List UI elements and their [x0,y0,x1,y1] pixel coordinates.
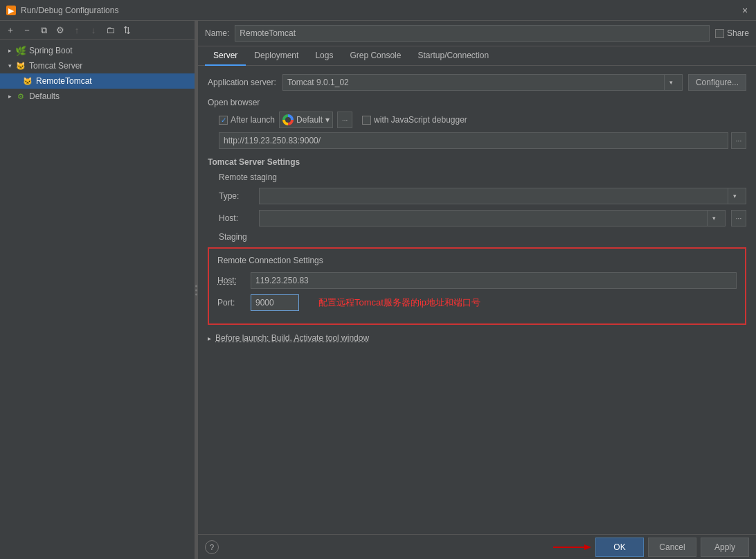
move-up-button[interactable]: ↑ [69,23,84,38]
remote-staging-label: Remote staging [219,172,746,182]
rc-host-row: Host: [217,272,737,289]
type-select[interactable]: ▾ [259,188,746,204]
url-more-button[interactable]: ··· [731,132,746,149]
app-icon: ▶ [6,5,17,16]
remote-connection-box: Remote Connection Settings Host: Port: 配… [208,247,746,325]
app-server-value: Tomcat 9.0.1_02 [287,78,664,87]
name-input[interactable] [235,25,710,42]
sidebar-item-remote-tomcat[interactable]: 🐱 RemoteTomcat [0,73,195,89]
type-dropdown-arrow: ▾ [728,188,741,204]
browser-select[interactable]: Default ▾ [279,112,333,128]
app-server-dropdown-arrow: ▾ [664,75,678,90]
annotation-text: 配置远程Tomcat服务器的ip地址和端口号 [318,296,480,309]
staging-host-select[interactable]: ▾ [259,210,726,227]
js-debugger-checkbox-item[interactable]: with JavaScript debugger [362,115,467,125]
type-label: Type: [219,191,253,201]
after-launch-checkbox[interactable]: ✓ [219,116,228,125]
remote-connection-title: Remote Connection Settings [217,256,737,265]
before-launch-row[interactable]: ▸ Before launch: Build, Activate tool wi… [208,333,746,343]
js-debugger-checkbox[interactable] [362,116,371,125]
before-launch-text: Before launch: Build, Activate tool wind… [215,333,369,343]
app-server-label: Application server: [208,78,277,87]
move-down-button[interactable]: ↓ [86,23,101,38]
remote-tomcat-label: RemoteTomcat [36,76,92,86]
rc-port-row: Port: 配置远程Tomcat服务器的ip地址和端口号 [217,294,737,311]
js-debugger-label: with JavaScript debugger [374,115,467,125]
configure-button[interactable]: Configure... [688,74,746,91]
rc-port-label: Port: [217,298,245,308]
staging-section: Remote staging Type: ▾ Host: ▾ [219,172,746,242]
name-label: Name: [205,28,229,38]
tab-logs[interactable]: Logs [307,46,341,66]
resize-handle[interactable] [195,21,198,559]
sidebar-item-tomcat-server[interactable]: ▾ 🐱 Tomcat Server [0,58,195,73]
defaults-icon: ⚙ [15,91,26,102]
defaults-label: Defaults [29,91,60,101]
before-launch-arrow: ▸ [208,335,211,342]
browser-icon [282,114,294,125]
add-config-button[interactable]: + [3,23,18,38]
share-checkbox-area: Share [715,28,749,38]
svg-marker-3 [584,544,591,550]
bottom-bar: ? OK Cancel Apply [198,534,756,559]
tab-deployment[interactable]: Deployment [246,46,307,66]
folder-button[interactable]: 🗀 [102,23,118,38]
remove-config-button[interactable]: − [19,23,35,38]
rc-host-label: Host: [217,276,245,285]
sidebar-tree: ▸ 🌿 Spring Boot ▾ 🐱 Tomcat Server 🐱 Remo… [0,40,195,559]
window-title: Run/Debug Configurations [21,6,739,15]
tab-server[interactable]: Server [205,46,246,66]
apply-button[interactable]: Apply [701,538,749,557]
staging-host-more-button[interactable]: ··· [731,210,746,227]
tomcat-server-label: Tomcat Server [29,61,82,71]
after-launch-checkbox-item[interactable]: ✓ After launch [219,115,275,125]
spring-boot-arrow: ▸ [6,46,14,55]
url-input[interactable] [219,132,728,149]
title-bar: ▶ Run/Debug Configurations × [0,0,756,21]
app-server-select[interactable]: Tomcat 9.0.1_02 ▾ [282,74,683,91]
sort-button[interactable]: ⇅ [119,23,134,38]
sidebar-item-defaults[interactable]: ▸ ⚙ Defaults [0,89,195,104]
after-launch-row: ✓ After launch Default ▾ ··· with JavaSc… [219,112,746,128]
browser-dropdown-arrow: ▾ [325,115,330,125]
close-button[interactable]: × [739,5,750,16]
settings-button[interactable]: ⚙ [53,23,68,38]
staging-host-label: Host: [219,213,253,223]
sidebar-item-spring-boot[interactable]: ▸ 🌿 Spring Boot [0,43,195,58]
sidebar: + − ⧉ ⚙ ↑ ↓ 🗀 ⇅ ▸ 🌿 Spring Boot ▾ 🐱 Tomc… [0,21,195,559]
type-row: Type: ▾ [219,188,746,204]
tomcat-server-icon: 🐱 [15,60,26,71]
defaults-arrow: ▸ [6,92,14,100]
remote-tomcat-icon: 🐱 [22,76,33,87]
name-row: Name: Share [198,21,756,46]
app-server-row: Application server: Tomcat 9.0.1_02 ▾ Co… [208,74,746,91]
staging-host-dropdown-arrow: ▾ [707,211,721,226]
spring-boot-label: Spring Boot [29,46,73,55]
rc-host-input[interactable] [251,272,737,289]
staging-label: Staging [219,232,746,242]
tabs-bar: Server Deployment Logs Grep Console Star… [198,46,756,66]
tomcat-settings-heading: Tomcat Server Settings [208,157,746,167]
help-button[interactable]: ? [205,540,219,554]
open-browser-section: Open browser ✓ After launch Default ▾ [208,98,746,149]
rc-port-input[interactable] [251,294,299,311]
open-browser-label: Open browser [208,98,746,107]
ok-button[interactable]: OK [595,538,644,557]
browser-label: Default [296,115,323,125]
cancel-button[interactable]: Cancel [648,538,696,557]
share-label: Share [727,28,749,38]
sidebar-toolbar: + − ⧉ ⚙ ↑ ↓ 🗀 ⇅ [0,21,195,40]
tab-startup-connection[interactable]: Startup/Connection [409,46,497,66]
open-browser-options: ✓ After launch Default ▾ ··· with JavaSc… [208,112,746,149]
copy-config-button[interactable]: ⧉ [36,23,51,38]
browser-more-button[interactable]: ··· [337,112,352,128]
share-checkbox[interactable] [715,29,724,38]
main-container: + − ⧉ ⚙ ↑ ↓ 🗀 ⇅ ▸ 🌿 Spring Boot ▾ 🐱 Tomc… [0,21,756,559]
content-body: Application server: Tomcat 9.0.1_02 ▾ Co… [198,66,756,534]
content-area: Name: Share Server Deployment Logs Grep … [198,21,756,559]
tab-grep-console[interactable]: Grep Console [341,46,409,66]
staging-host-row: Host: ▾ ··· [219,210,746,227]
url-row: ··· [219,132,746,149]
spring-boot-icon: 🌿 [15,45,26,56]
after-launch-label: After launch [231,115,275,125]
